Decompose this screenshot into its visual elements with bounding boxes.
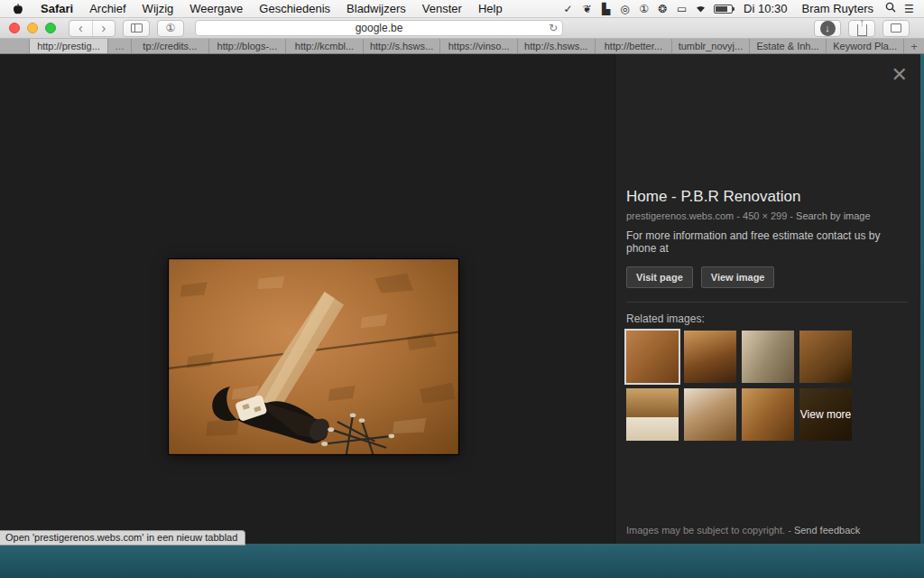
related-thumbnail-2[interactable] xyxy=(742,331,794,383)
airplay-menu-icon[interactable]: ▭ xyxy=(674,3,689,15)
panel-divider xyxy=(626,302,908,303)
tab-overview-button[interactable] xyxy=(882,20,910,37)
minimize-window-button[interactable] xyxy=(27,23,38,33)
checkmark-menu-icon[interactable]: ✓ xyxy=(560,3,576,15)
sidebar-icon xyxy=(131,23,143,33)
menu-bladwijzers[interactable]: Bladwijzers xyxy=(338,2,414,15)
tab-6[interactable]: http://s.hsws... xyxy=(518,39,596,53)
menu-user[interactable]: Bram Ruyters xyxy=(797,2,879,15)
image-details-panel: ✕ Home - P.B.R Renovation prestigerenos.… xyxy=(614,54,920,544)
related-thumbnail-0[interactable] xyxy=(626,331,679,383)
image-preview-stage xyxy=(0,54,614,544)
menu-safari[interactable]: Safari xyxy=(32,2,81,15)
send-feedback-link[interactable]: Send feedback xyxy=(794,525,860,536)
menu-wijzig[interactable]: Wijzig xyxy=(134,2,182,15)
desktop-background: ☺O✉…☎e★◉24❀A4▲PXW≋♪WPs✎▤µIDFS28◉Fz▦ xyxy=(0,544,924,578)
status-bar-tooltip: Open 'prestigerenos.webs.com' in een nie… xyxy=(0,530,245,545)
new-tab-button[interactable]: + xyxy=(904,39,924,53)
menu-archief[interactable]: Archief xyxy=(81,2,134,15)
tab-7[interactable]: http://better... xyxy=(596,39,673,53)
downloads-button[interactable]: ↓ xyxy=(814,20,841,37)
address-bar[interactable]: google.be ↻ xyxy=(195,20,563,36)
onepassword-menu-icon[interactable]: ① xyxy=(636,3,651,15)
visit-page-button[interactable]: Visit page xyxy=(626,266,693,288)
onepassword-extension-button[interactable]: ① xyxy=(157,20,184,37)
view-more-label[interactable]: View more xyxy=(799,388,852,441)
back-button[interactable]: ‹ xyxy=(69,21,93,36)
tab-2[interactable]: http://blogs-... xyxy=(209,39,287,53)
reload-icon[interactable]: ↻ xyxy=(549,22,558,34)
browser-toolbar: ‹ › ① google.be ↻ ↓ xyxy=(0,18,924,39)
menu-weergave[interactable]: Weergave xyxy=(181,2,251,15)
related-images-label: Related images: xyxy=(626,312,908,325)
nav-buttons: ‹ › xyxy=(69,20,116,37)
menu-clock[interactable]: Di 10:30 xyxy=(738,2,792,15)
desktop-background-sliver xyxy=(920,54,924,544)
view-image-button[interactable]: View image xyxy=(701,266,775,288)
address-bar-url: google.be xyxy=(356,22,403,34)
google-images-overlay: ✕ Home - P.B.R Renovation prestigerenos.… xyxy=(0,54,920,544)
menu-help[interactable]: Help xyxy=(470,2,511,15)
evernote-menu-icon[interactable]: ❦ xyxy=(579,3,595,15)
blocks-menu-icon[interactable]: ▙ xyxy=(598,3,614,15)
result-meta: prestigerenos.webs.com - 450 × 299 - Sea… xyxy=(626,210,908,221)
battery-menu-icon[interactable] xyxy=(714,5,733,14)
notification-center-icon[interactable]: ☰ xyxy=(901,3,917,15)
tab-1[interactable]: tp://credits... xyxy=(132,39,209,53)
tab-fragment[interactable]: … xyxy=(108,39,132,53)
related-images-grid: View more xyxy=(626,331,863,441)
tab-0[interactable]: http://prestig... xyxy=(30,39,108,53)
tab-overview-icon xyxy=(891,23,901,33)
result-title[interactable]: Home - P.B.R Renovation xyxy=(626,188,908,206)
related-thumbnail-1[interactable] xyxy=(684,331,736,383)
onepassword-icon: ① xyxy=(166,22,176,34)
wifi-menu-icon[interactable] xyxy=(693,3,708,15)
tab-fragment[interactable] xyxy=(0,39,30,53)
opera-menu-icon[interactable]: ◎ xyxy=(617,3,633,15)
panel-footer: Images may be subject to copyright. - Se… xyxy=(626,525,860,536)
tab-bar: http://prestig...…tp://credits...http://… xyxy=(0,39,924,54)
related-thumbnail-4[interactable] xyxy=(626,388,679,441)
related-thumbnail-6[interactable] xyxy=(742,388,794,441)
hammer-photo xyxy=(169,259,458,454)
tab-9[interactable]: Estate & Inh... xyxy=(750,39,827,53)
share-button[interactable] xyxy=(848,20,875,37)
apple-menu-icon[interactable] xyxy=(13,3,23,15)
swirl-menu-icon[interactable]: ❂ xyxy=(655,3,670,15)
tab-3[interactable]: http://kcmbl... xyxy=(286,39,364,53)
related-thumbnail-7[interactable]: View more xyxy=(799,388,852,441)
tab-5[interactable]: https://vinso... xyxy=(440,39,518,53)
related-thumbnail-5[interactable] xyxy=(684,388,736,441)
related-thumbnail-3[interactable] xyxy=(799,331,852,383)
forward-button[interactable]: › xyxy=(93,21,116,36)
spotlight-search-icon[interactable] xyxy=(882,2,898,15)
menu-venster[interactable]: Venster xyxy=(414,2,470,15)
main-preview-image[interactable] xyxy=(169,259,458,454)
tab-4[interactable]: http://s.hsws... xyxy=(364,39,441,53)
menu-bar: Safari Archief Wijzig Weergave Geschiede… xyxy=(0,0,924,18)
menu-geschiedenis[interactable]: Geschiedenis xyxy=(251,2,338,15)
tab-10[interactable]: Keyword Pla... xyxy=(827,39,904,53)
copyright-note: Images may be subject to copyright. xyxy=(626,525,785,536)
result-domain: prestigerenos.webs.com xyxy=(626,210,734,221)
tab-8[interactable]: tumblr_novyj... xyxy=(672,39,750,53)
search-by-image-link[interactable]: Search by image xyxy=(796,210,871,221)
sidebar-button[interactable] xyxy=(123,20,150,37)
result-dimensions: 450 × 299 xyxy=(743,210,787,221)
result-description: For more information and free estimate c… xyxy=(626,229,908,255)
zoom-window-button[interactable] xyxy=(45,23,56,33)
download-icon: ↓ xyxy=(820,21,836,36)
share-icon xyxy=(857,24,867,36)
close-overlay-icon[interactable]: ✕ xyxy=(892,65,908,85)
close-window-button[interactable] xyxy=(9,23,20,33)
